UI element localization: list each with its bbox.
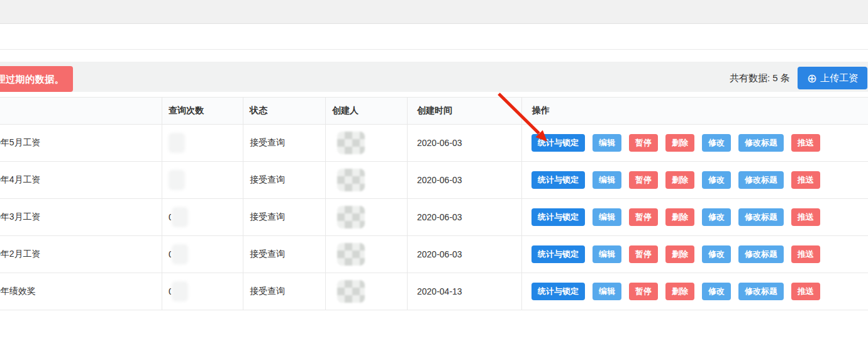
table-row: 0年3月工资0接受查询2020-06-03统计与锁定编辑暂停删除修改修改标题推送 bbox=[0, 199, 868, 236]
modify-title-button[interactable]: 修改标题 bbox=[738, 245, 784, 263]
total-count-unit: 条 bbox=[781, 72, 790, 83]
secondary-toolbar bbox=[0, 24, 868, 50]
title-cell: 0年2月工资 bbox=[0, 236, 162, 273]
expired-data-alert: 清理过期的数据。 bbox=[0, 66, 73, 92]
edit-button[interactable]: 编辑 bbox=[593, 283, 621, 300]
status-text: 接受查询 bbox=[250, 174, 285, 186]
actions-cell: 统计与锁定编辑暂停删除修改修改标题推送 bbox=[522, 162, 868, 198]
status-cell: 接受查询 bbox=[243, 125, 326, 161]
row-title: 0年4月工资 bbox=[0, 174, 41, 186]
modify-button[interactable]: 修改 bbox=[702, 134, 731, 152]
title-cell: 0年3月工资 bbox=[0, 199, 162, 235]
title-cell: 0年4月工资 bbox=[0, 162, 162, 198]
total-count-label: 共有数据: bbox=[730, 72, 770, 83]
actions-cell: 统计与锁定编辑暂停删除修改修改标题推送 bbox=[522, 273, 868, 310]
push-button[interactable]: 推送 bbox=[791, 171, 820, 189]
created-time-cell: 2020-06-03 bbox=[408, 162, 522, 198]
pause-button[interactable]: 暂停 bbox=[629, 245, 658, 263]
delete-button[interactable]: 删除 bbox=[665, 283, 694, 300]
table-row: 9年绩效奖0接受查询2020-04-13统计与锁定编辑暂停删除修改修改标题推送 bbox=[0, 273, 868, 310]
created-time-text: 2020-06-03 bbox=[417, 249, 462, 259]
upload-salary-button[interactable]: ⊕ 上传工资 bbox=[798, 67, 867, 89]
modify-button[interactable]: 修改 bbox=[702, 245, 731, 263]
redacted-query-count bbox=[172, 244, 188, 264]
redacted-creator bbox=[337, 132, 365, 154]
actions-cell: 统计与锁定编辑暂停删除修改修改标题推送 bbox=[522, 199, 868, 235]
status-cell: 接受查询 bbox=[243, 236, 326, 273]
modify-button[interactable]: 修改 bbox=[702, 283, 731, 300]
modify-title-button[interactable]: 修改标题 bbox=[738, 134, 784, 152]
query-count-cell: 0 bbox=[162, 236, 243, 273]
edit-button[interactable]: 编辑 bbox=[593, 134, 621, 152]
pause-button[interactable]: 暂停 bbox=[629, 134, 658, 152]
modify-title-button[interactable]: 修改标题 bbox=[738, 283, 784, 300]
status-cell: 接受查询 bbox=[243, 199, 326, 235]
created-time-cell: 2020-06-03 bbox=[408, 236, 522, 273]
push-button[interactable]: 推送 bbox=[791, 283, 820, 300]
pause-button[interactable]: 暂停 bbox=[629, 171, 658, 189]
query-count-cell: 0 bbox=[162, 273, 243, 310]
stats-lock-button[interactable]: 统计与锁定 bbox=[531, 134, 585, 152]
push-button[interactable]: 推送 bbox=[791, 134, 820, 152]
action-button-group: 统计与锁定编辑暂停删除修改修改标题推送 bbox=[531, 134, 820, 152]
top-gray-bar bbox=[0, 0, 868, 24]
actions-cell: 统计与锁定编辑暂停删除修改修改标题推送 bbox=[522, 236, 868, 273]
created-time-text: 2020-04-13 bbox=[417, 286, 462, 296]
title-cell: 9年绩效奖 bbox=[0, 273, 162, 310]
table-row: 0年2月工资0接受查询2020-06-03统计与锁定编辑暂停删除修改修改标题推送 bbox=[0, 236, 868, 273]
action-button-group: 统计与锁定编辑暂停删除修改修改标题推送 bbox=[531, 283, 820, 300]
stats-lock-button[interactable]: 统计与锁定 bbox=[531, 208, 585, 226]
row-title: 0年2月工资 bbox=[0, 249, 41, 260]
delete-button[interactable]: 删除 bbox=[665, 208, 694, 226]
creator-cell bbox=[326, 125, 408, 161]
total-count-value: 5 bbox=[772, 72, 777, 83]
delete-button[interactable]: 删除 bbox=[665, 171, 694, 189]
edit-button[interactable]: 编辑 bbox=[593, 208, 621, 226]
status-text: 接受查询 bbox=[250, 137, 285, 149]
created-time-cell: 2020-06-03 bbox=[408, 125, 522, 161]
query-count-cell: 0 bbox=[162, 199, 243, 235]
redacted-creator bbox=[337, 206, 365, 228]
status-cell: 接受查询 bbox=[243, 273, 326, 310]
redacted-query-count bbox=[169, 133, 185, 153]
modify-button[interactable]: 修改 bbox=[702, 208, 731, 226]
stats-lock-button[interactable]: 统计与锁定 bbox=[531, 171, 585, 189]
created-time-text: 2020-06-03 bbox=[417, 175, 462, 185]
status-text: 接受查询 bbox=[250, 249, 285, 260]
plus-circle-icon: ⊕ bbox=[807, 72, 817, 84]
created-time-text: 2020-06-03 bbox=[417, 212, 462, 222]
edit-button[interactable]: 编辑 bbox=[593, 245, 621, 263]
modify-button[interactable]: 修改 bbox=[702, 171, 731, 189]
action-button-group: 统计与锁定编辑暂停删除修改修改标题推送 bbox=[531, 171, 820, 189]
query-count-partial-digit: 0 bbox=[169, 286, 171, 296]
pause-button[interactable]: 暂停 bbox=[629, 208, 658, 226]
col-header-actions: 操作 bbox=[522, 98, 868, 124]
row-title: 0年5月工资 bbox=[0, 137, 41, 149]
table-row: 0年5月工资接受查询2020-06-03统计与锁定编辑暂停删除修改修改标题推送 bbox=[0, 125, 868, 162]
table-row: 0年4月工资接受查询2020-06-03统计与锁定编辑暂停删除修改修改标题推送 bbox=[0, 162, 868, 199]
creator-cell bbox=[326, 199, 408, 235]
push-button[interactable]: 推送 bbox=[791, 208, 820, 226]
table-header-row: 查询次数 状态 创建人 创建时间 操作 bbox=[0, 98, 868, 125]
col-header-title bbox=[0, 98, 162, 124]
redacted-creator bbox=[337, 243, 365, 266]
delete-button[interactable]: 删除 bbox=[665, 134, 694, 152]
push-button[interactable]: 推送 bbox=[791, 245, 820, 263]
col-header-status: 状态 bbox=[243, 98, 326, 124]
col-header-created-time: 创建时间 bbox=[408, 98, 522, 124]
query-count-cell bbox=[162, 125, 243, 161]
edit-button[interactable]: 编辑 bbox=[593, 171, 621, 189]
redacted-query-count bbox=[172, 207, 188, 227]
delete-button[interactable]: 删除 bbox=[665, 245, 694, 263]
col-header-creator: 创建人 bbox=[326, 98, 408, 124]
created-time-cell: 2020-04-13 bbox=[408, 273, 522, 310]
created-time-text: 2020-06-03 bbox=[417, 138, 462, 148]
redacted-creator bbox=[337, 169, 365, 191]
modify-title-button[interactable]: 修改标题 bbox=[738, 171, 784, 189]
status-cell: 接受查询 bbox=[243, 162, 326, 198]
stats-lock-button[interactable]: 统计与锁定 bbox=[531, 245, 585, 263]
modify-title-button[interactable]: 修改标题 bbox=[738, 208, 784, 226]
upload-salary-label: 上传工资 bbox=[820, 72, 858, 84]
pause-button[interactable]: 暂停 bbox=[629, 283, 658, 300]
stats-lock-button[interactable]: 统计与锁定 bbox=[531, 283, 585, 300]
